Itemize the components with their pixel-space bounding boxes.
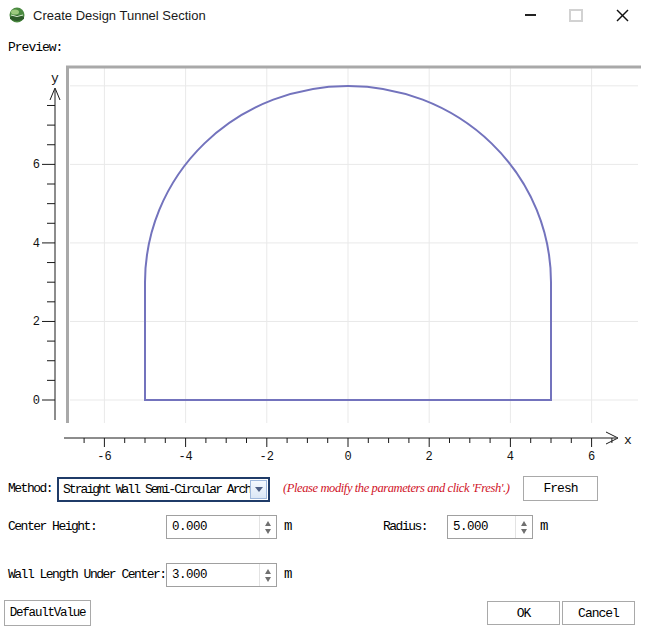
plot-border <box>66 66 641 423</box>
svg-text:6: 6 <box>33 158 40 172</box>
x-axis-label: x <box>624 433 632 448</box>
fresh-button[interactable]: Fresh <box>523 476 598 501</box>
preview-area: 0246y-6-4-20246x <box>0 58 645 470</box>
wall-length-spinbox[interactable]: 3.000 <box>166 563 277 587</box>
center-height-spin-buttons <box>259 516 276 538</box>
minimize-icon <box>525 14 536 16</box>
center-height-label: Center Height: <box>8 519 96 534</box>
cancel-button[interactable]: Cancel <box>562 601 635 625</box>
maximize-icon <box>569 9 583 22</box>
svg-text:0: 0 <box>344 450 351 464</box>
svg-text:-6: -6 <box>97 450 111 464</box>
radius-spinbox[interactable]: 5.000 <box>447 515 533 539</box>
titlebar: Create Design Tunnel Section <box>0 0 645 30</box>
radius-spin-buttons <box>515 516 532 538</box>
center-height-value[interactable]: 0.000 <box>167 520 259 534</box>
wall-length-unit: m <box>284 566 291 582</box>
window-title: Create Design Tunnel Section <box>33 8 206 23</box>
spin-down-icon[interactable] <box>265 529 271 534</box>
svg-text:6: 6 <box>588 450 595 464</box>
spin-down-icon[interactable] <box>265 577 271 582</box>
svg-text:-4: -4 <box>178 450 192 464</box>
wall-length-value[interactable]: 3.000 <box>167 568 259 582</box>
svg-text:2: 2 <box>426 450 433 464</box>
maximize-button[interactable] <box>553 0 599 30</box>
method-combobox-value: Straight Wall Semi-Circular Arch <box>59 482 250 497</box>
grid <box>70 68 638 423</box>
wall-length-label: Wall Length Under Center: <box>8 567 166 582</box>
y-axis <box>42 88 60 420</box>
parameter-hint-text: (Please modify the parameters and click … <box>283 481 510 496</box>
y-axis-label: y <box>51 71 59 86</box>
close-icon <box>616 9 629 22</box>
minimize-button[interactable] <box>507 0 553 30</box>
spin-up-icon[interactable] <box>265 521 271 526</box>
svg-text:-2: -2 <box>260 450 274 464</box>
center-height-unit: m <box>284 518 291 534</box>
radius-unit: m <box>540 518 547 534</box>
svg-text:4: 4 <box>507 450 514 464</box>
method-combobox[interactable]: Straight Wall Semi-Circular Arch <box>57 477 270 502</box>
method-combobox-dropdown-button[interactable] <box>250 480 267 499</box>
chevron-down-icon <box>255 487 263 492</box>
window-controls <box>507 0 645 30</box>
create-design-tunnel-section-dialog: Create Design Tunnel Section Preview: 02… <box>0 0 645 632</box>
radius-value[interactable]: 5.000 <box>448 520 515 534</box>
method-label: Method: <box>8 481 52 496</box>
app-icon <box>8 6 26 24</box>
ok-button[interactable]: OK <box>487 601 560 625</box>
svg-text:4: 4 <box>33 237 40 251</box>
preview-chart: 0246y-6-4-20246x <box>0 58 645 470</box>
svg-text:0: 0 <box>33 394 40 408</box>
wall-length-spin-buttons <box>259 564 276 586</box>
spin-down-icon[interactable] <box>521 529 527 534</box>
center-height-spinbox[interactable]: 0.000 <box>166 515 277 539</box>
spin-up-icon[interactable] <box>521 521 527 526</box>
close-button[interactable] <box>599 0 645 30</box>
spin-up-icon[interactable] <box>265 569 271 574</box>
radius-label: Radius: <box>383 519 427 534</box>
default-value-button[interactable]: DefaultValue <box>4 600 91 626</box>
preview-label: Preview: <box>8 40 62 55</box>
x-axis <box>64 432 618 447</box>
svg-text:2: 2 <box>33 315 40 329</box>
